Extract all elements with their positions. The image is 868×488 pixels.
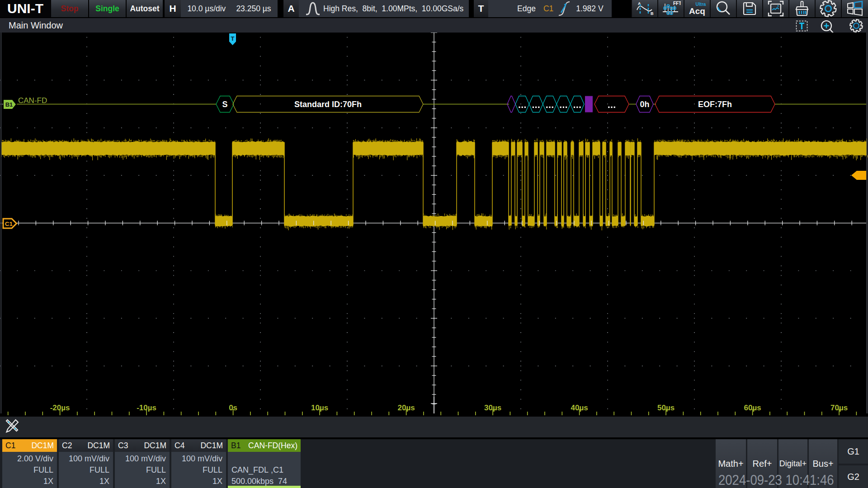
svg-text:0h: 0h: [640, 100, 649, 109]
svg-text:C1: C1: [5, 221, 13, 227]
svg-text:Standard ID:70Fh: Standard ID:70Fh: [294, 100, 362, 109]
svg-text:EOF:7Fh: EOF:7Fh: [698, 100, 732, 109]
svg-text:FFT: FFT: [673, 1, 681, 6]
svg-text:CAN-FD: CAN-FD: [18, 96, 47, 105]
svg-text:S: S: [222, 100, 227, 109]
svg-text:Acq: Acq: [689, 6, 705, 16]
svg-text:T: T: [231, 35, 235, 42]
svg-text:B: B: [651, 11, 654, 16]
svg-text:B1: B1: [5, 101, 13, 108]
